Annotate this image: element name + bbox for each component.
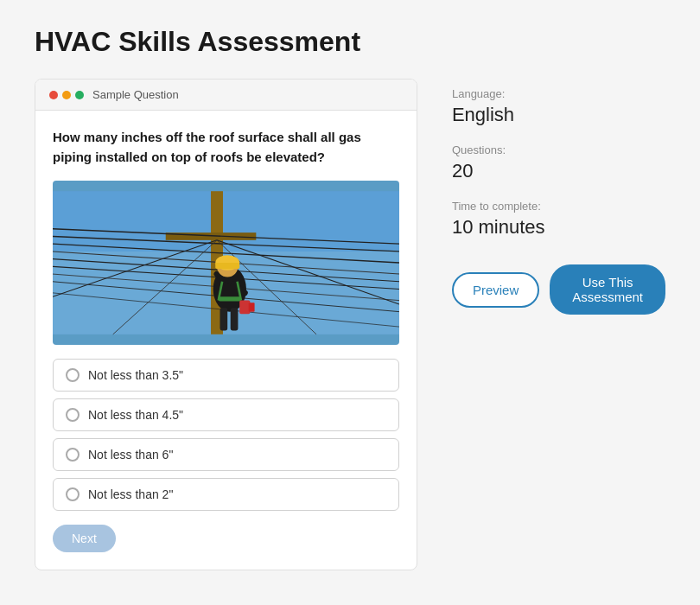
questions-label: Questions: <box>452 143 665 156</box>
answer-text-2: Not less than 4.5" <box>88 408 183 422</box>
question-image <box>53 181 399 345</box>
dot-red <box>49 91 58 99</box>
answer-text-3: Not less than 6" <box>88 448 173 462</box>
time-section: Time to complete: 10 minutes <box>452 200 665 239</box>
answer-option-4[interactable]: Not less than 2" <box>53 478 399 511</box>
svg-rect-27 <box>219 296 241 301</box>
radio-1 <box>66 368 80 382</box>
svg-rect-19 <box>231 308 239 330</box>
time-label: Time to complete: <box>452 200 665 213</box>
answer-option-1[interactable]: Not less than 3.5" <box>53 359 399 392</box>
svg-rect-18 <box>220 308 227 330</box>
dot-green <box>75 91 84 99</box>
svg-rect-28 <box>239 301 250 315</box>
language-section: Language: English <box>452 87 665 126</box>
questions-value: 20 <box>452 160 665 182</box>
answer-options: Not less than 3.5" Not less than 4.5" No… <box>53 359 399 511</box>
sample-question-label: Sample Question <box>92 88 179 101</box>
use-assessment-button[interactable]: Use This Assessment <box>550 264 665 315</box>
card-body: How many inches off the roof surface sha… <box>35 111 417 570</box>
svg-rect-3 <box>166 232 257 240</box>
question-text: How many inches off the roof surface sha… <box>53 128 399 167</box>
language-value: English <box>452 104 665 126</box>
radio-2 <box>66 408 80 422</box>
sidebar: Language: English Questions: 20 Time to … <box>452 79 665 315</box>
preview-button[interactable]: Preview <box>452 272 539 308</box>
window-dots <box>49 91 84 99</box>
next-button[interactable]: Next <box>53 525 116 552</box>
answer-text-4: Not less than 2" <box>88 487 173 501</box>
card-header: Sample Question <box>35 80 417 111</box>
svg-rect-29 <box>249 302 255 311</box>
time-value: 10 minutes <box>452 216 665 239</box>
answer-option-2[interactable]: Not less than 4.5" <box>53 398 399 431</box>
radio-3 <box>66 448 80 462</box>
main-content: Sample Question How many inches off the … <box>35 79 665 570</box>
action-buttons: Preview Use This Assessment <box>452 264 665 315</box>
radio-4 <box>66 487 80 501</box>
svg-rect-24 <box>215 263 239 269</box>
page-title: HVAC Skills Assessment <box>35 26 665 58</box>
assessment-card: Sample Question How many inches off the … <box>35 79 417 570</box>
answer-text-1: Not less than 3.5" <box>88 368 183 382</box>
language-label: Language: <box>452 87 665 100</box>
dot-yellow <box>62 91 71 99</box>
answer-option-3[interactable]: Not less than 6" <box>53 438 399 471</box>
questions-section: Questions: 20 <box>452 143 665 182</box>
